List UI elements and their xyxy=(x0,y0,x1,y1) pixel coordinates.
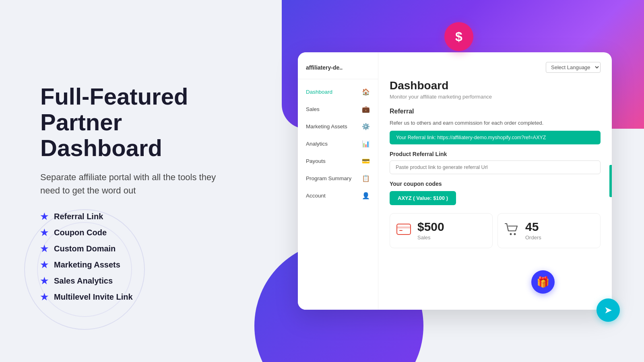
marketing-icon: ⚙️ xyxy=(362,123,370,130)
sidebar-brand: affiliatery-de.. xyxy=(298,60,378,79)
home-icon: 🏠 xyxy=(362,88,370,96)
star-icon: ★ xyxy=(40,212,48,222)
product-referral-label: Product Referral Link xyxy=(390,151,601,157)
hero-subtitle: Separate affiliate portal with all the t… xyxy=(40,171,233,197)
svg-rect-0 xyxy=(397,224,411,234)
dollar-badge: $ xyxy=(444,22,473,51)
orders-label: Orders xyxy=(525,234,541,241)
green-accent xyxy=(609,165,612,197)
account-icon: 👤 xyxy=(362,192,370,200)
stat-card-sales: $500 Sales xyxy=(390,213,493,248)
sidebar-item-payouts[interactable]: Payouts 💳 xyxy=(298,152,378,170)
referral-link-box[interactable]: Your Referral link: https://affiliatery-… xyxy=(390,131,601,144)
feature-list: ★ Referral Link ★ Coupon Code ★ Custom D… xyxy=(40,212,242,302)
sales-icon: 💼 xyxy=(362,105,370,113)
sidebar: affiliatery-de.. Dashboard 🏠 Sales 💼 Mar… xyxy=(298,52,378,310)
sidebar-label-sales: Sales xyxy=(306,106,320,112)
program-icon: 📋 xyxy=(362,175,370,182)
star-icon: ★ xyxy=(40,276,48,286)
sidebar-item-program-summary[interactable]: Program Summary 📋 xyxy=(298,170,378,187)
referral-section-title: Referral xyxy=(390,108,601,115)
feature-item: ★ Sales Analytics xyxy=(40,276,242,286)
gift-badge: 🎁 xyxy=(531,270,555,294)
sidebar-item-sales[interactable]: Sales 💼 xyxy=(298,101,378,118)
sidebar-item-dashboard[interactable]: Dashboard 🏠 xyxy=(298,83,378,101)
referral-text: Refer us to others and earn commission f… xyxy=(390,120,601,126)
stats-row: $500 Sales 45 Orders xyxy=(390,213,601,248)
star-icon: ★ xyxy=(40,244,48,254)
feature-item: ★ Coupon Code xyxy=(40,228,242,238)
gift-icon: 🎁 xyxy=(537,276,549,288)
star-icon: ★ xyxy=(40,228,48,238)
sales-stat-info: $500 Sales xyxy=(417,221,444,241)
orders-stat-icon xyxy=(504,223,519,239)
feature-item: ★ Multilevel Invite Link xyxy=(40,292,242,302)
feature-item: ★ Referral Link xyxy=(40,212,242,222)
lang-selector-row: Select Language English Spanish French xyxy=(390,62,601,73)
paperplane-badge: ➤ xyxy=(597,298,620,322)
sidebar-label-account: Account xyxy=(306,193,326,199)
star-icon: ★ xyxy=(40,260,48,270)
orders-value: 45 xyxy=(525,221,541,233)
left-panel: Full-Featured Partner Dashboard Separate… xyxy=(0,0,274,362)
sidebar-label-dashboard: Dashboard xyxy=(306,89,332,95)
svg-rect-1 xyxy=(397,226,411,228)
svg-point-3 xyxy=(510,233,512,235)
feature-item: ★ Marketing Assets xyxy=(40,260,242,270)
svg-point-4 xyxy=(514,233,516,235)
sidebar-label-analytics: Analytics xyxy=(306,141,328,147)
dashboard-main: Select Language English Spanish French D… xyxy=(378,52,612,310)
feature-item: ★ Custom Domain xyxy=(40,244,242,254)
sales-stat-icon xyxy=(396,224,411,238)
product-referral-input[interactable] xyxy=(390,160,601,174)
payouts-icon: 💳 xyxy=(362,157,370,165)
sales-label: Sales xyxy=(417,234,444,241)
sidebar-item-account[interactable]: Account 👤 xyxy=(298,187,378,204)
hero-title: Full-Featured Partner Dashboard xyxy=(40,84,242,160)
sidebar-label-marketing-assets: Marketing Assets xyxy=(306,123,347,130)
dashboard-card: affiliatery-de.. Dashboard 🏠 Sales 💼 Mar… xyxy=(298,52,612,310)
orders-stat-info: 45 Orders xyxy=(525,221,541,241)
analytics-icon: 📊 xyxy=(362,140,370,148)
sidebar-item-marketing-assets[interactable]: Marketing Assets ⚙️ xyxy=(298,118,378,135)
sidebar-label-payouts: Payouts xyxy=(306,158,326,164)
dashboard-subtitle: Monitor your affiliate marketing perform… xyxy=(390,94,601,100)
right-panel: $ 🎁 ➤ affiliatery-de.. Dashboard 🏠 Sales… xyxy=(274,0,644,362)
sidebar-item-analytics[interactable]: Analytics 📊 xyxy=(298,135,378,152)
dashboard-title: Dashboard xyxy=(390,79,601,92)
paperplane-icon: ➤ xyxy=(604,304,612,316)
coupon-label: Your coupon codes xyxy=(390,181,601,187)
sidebar-label-program-summary: Program Summary xyxy=(306,175,351,181)
star-icon: ★ xyxy=(40,292,48,302)
language-select[interactable]: Select Language English Spanish French xyxy=(546,62,601,73)
stat-card-orders: 45 Orders xyxy=(497,213,601,248)
sales-value: $500 xyxy=(417,221,444,233)
coupon-badge[interactable]: AXYZ ( Value: $100 ) xyxy=(390,191,456,205)
